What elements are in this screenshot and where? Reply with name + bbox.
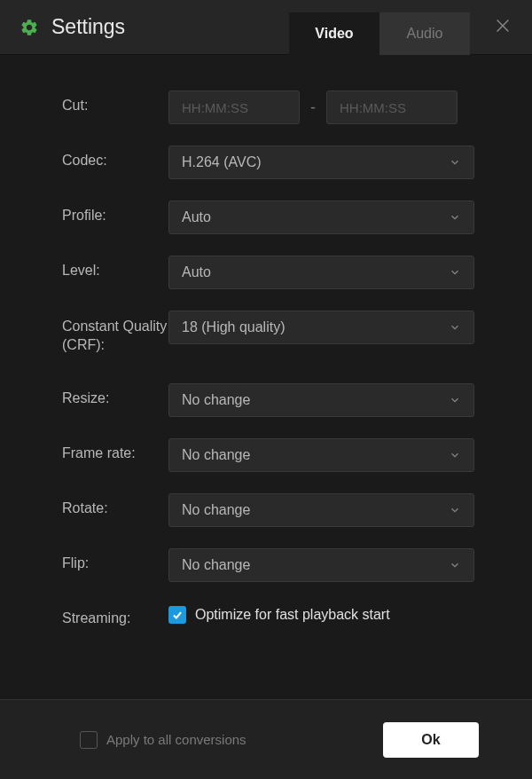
profile-label: Profile: [62,201,168,224]
flip-label: Flip: [62,548,168,571]
apply-all-checkbox[interactable] [80,731,98,749]
crf-value: 18 (High quality) [182,319,286,335]
level-value: Auto [182,264,211,280]
crf-label: Constant Quality (CRF): [62,311,168,355]
chevron-down-icon [449,559,461,571]
streaming-label: Streaming: [62,603,168,626]
resize-value: No change [182,392,250,408]
footer: Apply to all conversions Ok [0,699,532,779]
gear-icon [20,18,39,37]
streaming-checkbox[interactable] [168,606,186,624]
tabs: Video Audio [289,0,470,55]
tab-audio[interactable]: Audio [379,12,470,55]
codec-select[interactable]: H.264 (AVC) [168,146,474,179]
flip-select[interactable]: No change [168,548,474,582]
chevron-down-icon [449,156,461,169]
chevron-down-icon [449,266,461,279]
rotate-select[interactable]: No change [168,493,474,527]
cut-end-input[interactable] [326,90,458,124]
profile-value: Auto [182,209,211,225]
rotate-label: Rotate: [62,493,168,516]
streaming-check-label: Optimize for fast playback start [195,607,390,623]
framerate-value: No change [182,447,250,463]
chevron-down-icon [449,449,461,461]
framerate-select[interactable]: No change [168,438,474,472]
profile-select[interactable]: Auto [168,201,474,234]
cut-label: Cut: [62,90,168,114]
chevron-down-icon [449,504,461,516]
level-select[interactable]: Auto [168,256,474,289]
flip-value: No change [182,557,250,573]
codec-value: H.264 (AVC) [182,154,262,170]
resize-label: Resize: [62,383,168,406]
settings-title: Settings [51,15,125,39]
codec-label: Codec: [62,146,168,169]
close-button[interactable] [493,16,512,39]
cut-start-input[interactable] [168,90,300,124]
chevron-down-icon [449,321,461,334]
crf-select[interactable]: 18 (High quality) [168,311,474,344]
level-label: Level: [62,256,168,279]
cut-separator: - [310,98,316,117]
chevron-down-icon [449,394,461,406]
chevron-down-icon [449,211,461,224]
ok-button[interactable]: Ok [383,722,479,758]
rotate-value: No change [182,502,250,518]
header: Settings Video Audio [0,0,532,55]
settings-content: Cut: - Codec: H.264 (AVC) Profile: Auto [0,55,532,665]
tab-video[interactable]: Video [289,12,379,55]
resize-select[interactable]: No change [168,383,474,417]
framerate-label: Frame rate: [62,438,168,461]
apply-all-label: Apply to all conversions [106,732,246,747]
